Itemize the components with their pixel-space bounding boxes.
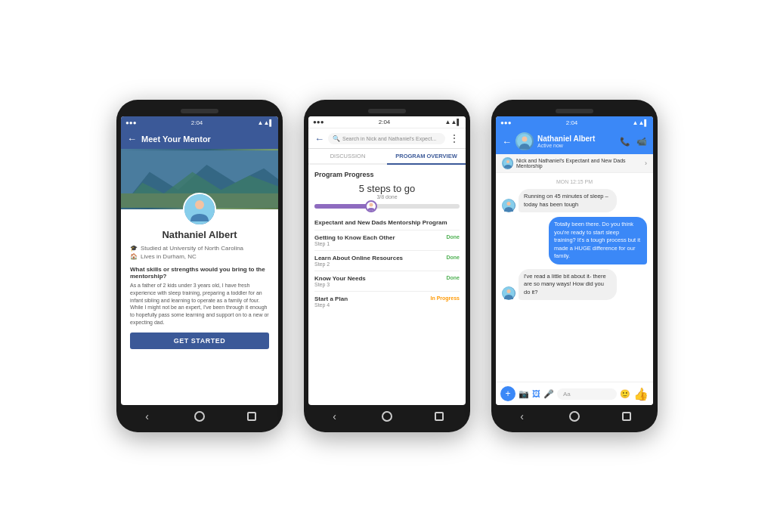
svg-point-13: [507, 202, 511, 206]
step-4-info: Start a Plan Step 4: [314, 295, 348, 308]
status-icons: ▲▲▌: [444, 119, 461, 125]
back-arrow-icon[interactable]: ←: [502, 136, 512, 147]
messages-area: MON 12:15 PM Running on 45 minutes of sl…: [496, 173, 653, 382]
bubble-3: I've read a little bit about it- there a…: [519, 269, 617, 301]
get-started-button[interactable]: GET STARTED: [130, 332, 269, 349]
step-4-badge: In Progress: [430, 295, 460, 301]
step-2: Learn About Online Resources Step 2 Done: [314, 250, 460, 271]
step-1-num: Step 1: [314, 241, 395, 246]
back-nav-icon[interactable]: ‹: [515, 410, 529, 423]
phone-1: ●●● 2:04 ▲▲▌ ← Meet Your Mentor: [116, 100, 283, 432]
message-input[interactable]: Aa: [557, 388, 617, 400]
progress-bar: [314, 204, 460, 209]
camera-icon[interactable]: 📷: [519, 389, 529, 399]
home-nav-icon[interactable]: [380, 410, 394, 423]
step-3-info: Know Your Needs Step 3: [314, 275, 366, 287]
emoji-icon[interactable]: 🙂: [620, 389, 630, 399]
message-1: Running on 45 minutes of sleep – today h…: [502, 189, 647, 212]
mentor-avatar-wrapper: [121, 193, 278, 226]
add-button[interactable]: +: [500, 386, 515, 401]
phone-1-status-bar: ●●● 2:04 ▲▲▌: [121, 116, 278, 128]
back-arrow-icon[interactable]: ←: [127, 133, 137, 144]
mentor-avatar: [183, 193, 216, 226]
msg-avatar-2: [502, 286, 515, 300]
tab-overview[interactable]: PROGRAM OVERVIEW: [387, 149, 466, 165]
status-time: 2:04: [191, 119, 203, 126]
answer-text: As a father of 2 kids under 3 years old,…: [130, 282, 269, 326]
phone-1-nav: ‹: [121, 405, 278, 425]
phone-1-header: ← Meet Your Mentor: [121, 128, 278, 149]
step-4-num: Step 4: [314, 302, 348, 308]
message-3: I've read a little bit about it- there a…: [502, 269, 647, 301]
mic-icon[interactable]: 🎤: [543, 389, 554, 399]
step-3-name: Know Your Needs: [314, 275, 366, 282]
phone-2-status-bar: ●●● 2:04 ▲▲▌: [308, 116, 466, 128]
image-icon[interactable]: 🖼: [532, 389, 540, 398]
phone-call-icon[interactable]: 📞: [620, 137, 630, 147]
step-2-name: Learn About Online Resources: [314, 255, 403, 261]
group-avatar: [502, 157, 513, 169]
step-1-badge: Done: [447, 234, 460, 240]
phone-1-title: Meet Your Mentor: [141, 135, 211, 144]
svg-point-9: [522, 137, 528, 142]
group-chevron-icon[interactable]: ›: [645, 159, 647, 167]
more-options-icon[interactable]: ⋮: [449, 132, 460, 144]
location-icon: 🏠: [130, 253, 138, 260]
step-1: Getting to Know Each Other Step 1 Done: [314, 230, 460, 250]
back-nav-icon[interactable]: ‹: [328, 410, 342, 423]
svg-point-6: [196, 201, 203, 209]
recents-nav-icon[interactable]: [245, 410, 259, 423]
phone-3: ●●● 2:04 ▲▲▌ ← Nathaniel Albert Active n…: [491, 100, 658, 432]
msg-avatar: [502, 199, 515, 212]
tab-discussion[interactable]: DISCUSSION: [308, 149, 387, 165]
back-nav-icon[interactable]: ‹: [141, 410, 154, 423]
phone-2-nav: ‹: [308, 405, 466, 425]
svg-point-7: [370, 203, 373, 207]
phone-2: ●●● 2:04 ▲▲▌ ← 🔍 Search in Nick and Nath…: [304, 100, 470, 432]
phone-2-screen: ●●● 2:04 ▲▲▌ ← 🔍 Search in Nick and Nath…: [308, 116, 466, 405]
mentor-question-section: What skills or strengths would you bring…: [121, 261, 278, 326]
mentor-info: 🎓 Studied at University of North Carolin…: [121, 245, 278, 261]
phone-1-speaker: [181, 109, 218, 113]
input-bar: + 📷 🖼 🎤 Aa 🙂 👍: [496, 382, 653, 405]
mentor-name: Nathaniel Albert: [121, 229, 278, 240]
step-1-info: Getting to Know Each Other Step 1: [314, 234, 395, 246]
messenger-header: ← Nathaniel Albert Active now 📞 📹: [496, 128, 653, 154]
step-4: Start a Plan Step 4 In Progress: [314, 291, 460, 311]
video-call-icon[interactable]: 📹: [636, 137, 647, 147]
recents-nav-icon[interactable]: [620, 410, 633, 423]
mentor-education: 🎓 Studied at University of North Carolin…: [130, 245, 269, 252]
message-timestamp: MON 12:15 PM: [502, 179, 647, 184]
home-nav-icon[interactable]: [193, 410, 206, 423]
steps-sub: 3/8 done: [314, 194, 460, 200]
svg-point-11: [506, 160, 509, 163]
bubble-1: Running on 45 minutes of sleep – today h…: [519, 189, 617, 212]
group-info: Nick and Nathaniel's Expectant and New D…: [502, 157, 645, 169]
step-2-badge: Done: [447, 255, 460, 260]
avatar-illustration: [184, 194, 215, 224]
phone-3-nav: ‹: [496, 405, 653, 425]
education-text: Studied at University of North Carolina: [141, 245, 243, 252]
status-left: ●●●: [313, 119, 324, 125]
search-icon: 🔍: [333, 135, 340, 142]
progress-bar-fill: [314, 204, 368, 209]
search-bar[interactable]: 🔍 Search in Nick and Nathaniel's Expect.…: [328, 133, 445, 144]
phone-2-speaker: [368, 109, 406, 113]
home-nav-icon[interactable]: [568, 410, 581, 423]
like-button[interactable]: 👍: [633, 387, 649, 401]
contact-status: Active now: [537, 143, 616, 148]
bubble-2: Totally been there. Do you think you're …: [549, 217, 647, 264]
status-left: ●●●: [500, 119, 512, 126]
status-icons: ▲▲▌: [632, 119, 649, 126]
step-2-info: Learn About Online Resources Step 2: [314, 255, 403, 267]
group-bar[interactable]: Nick and Nathaniel's Expectant and New D…: [496, 154, 653, 173]
recents-nav-icon[interactable]: [432, 410, 446, 423]
question-text: What skills or strengths would you bring…: [130, 266, 269, 280]
step-3-num: Step 3: [314, 282, 366, 287]
program-tabs: DISCUSSION PROGRAM OVERVIEW: [308, 149, 466, 165]
back-arrow-icon[interactable]: ←: [314, 133, 324, 144]
status-time: 2:04: [379, 119, 391, 125]
status-left: ●●●: [125, 119, 137, 126]
status-time: 2:04: [566, 119, 578, 126]
svg-point-15: [507, 289, 511, 293]
